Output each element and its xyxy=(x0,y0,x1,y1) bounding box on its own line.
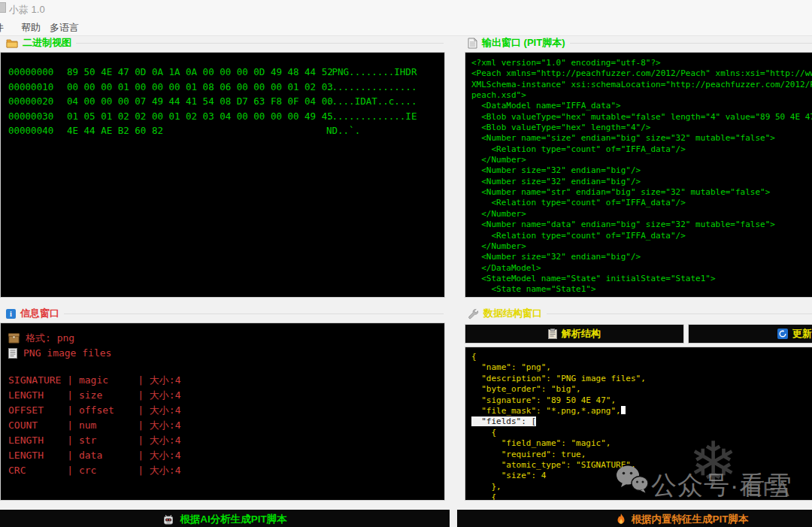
generate-pit-by-builtin-label: 根据内置特征生成PIT脚本 xyxy=(631,513,748,526)
json-line: "field_name": "magic", xyxy=(471,438,812,449)
titlebar: 小蒜 1.0 xyxy=(0,0,812,18)
text-caret xyxy=(621,406,626,414)
robot-icon xyxy=(162,514,174,525)
groupbox-line xyxy=(76,43,444,44)
format-value: 格式: png xyxy=(26,331,74,346)
json-line: { xyxy=(471,428,812,438)
json-line: "name": "png", xyxy=(471,362,812,373)
window-title: 小蒜 1.0 xyxy=(9,3,45,17)
structure-window-title: 数据结构窗口 xyxy=(483,307,542,320)
generate-pit-by-ai-button[interactable]: 根据AI分析生成PIT脚本 xyxy=(0,510,450,527)
hex-row: 000000404E 44 AE B2 60 82ND..`. xyxy=(8,123,444,138)
hex-row: 0000001000 00 00 01 00 00 00 01 08 06 00… xyxy=(8,80,444,95)
menu-item-file[interactable]: 件 xyxy=(0,21,4,35)
hex-row: 0000002004 00 00 00 07 49 44 41 54 08 D7… xyxy=(8,94,444,109)
groupbox-line xyxy=(570,43,812,44)
file-lines-icon xyxy=(8,348,17,359)
clipboard-icon xyxy=(548,329,557,339)
update-pit-button[interactable]: 更新P xyxy=(689,325,812,343)
description-line: PNG image files xyxy=(8,346,444,361)
json-line: { xyxy=(471,352,812,362)
json-line: "signature": "89 50 4E 47", xyxy=(471,395,812,406)
groupbox-line xyxy=(64,313,444,314)
document-icon xyxy=(468,38,477,49)
menu-item-language[interactable]: 多语言 xyxy=(50,21,79,35)
wrench-icon xyxy=(468,308,479,320)
info-window-header: i 信息窗口 xyxy=(6,307,444,320)
binary-view-header: 二进制视图 xyxy=(6,37,444,49)
json-code: { "name": "png", "description": "PNG ima… xyxy=(471,352,812,500)
app-icon xyxy=(0,2,6,13)
structure-window-header: 数据结构窗口 xyxy=(468,307,812,320)
hex-row: 0000000089 50 4E 47 0D 0A 1A 0A 00 00 00… xyxy=(8,65,444,80)
hex-rows: 0000000089 50 4E 47 0D 0A 1A 0A 00 00 00… xyxy=(8,65,444,138)
json-line: "size": 4 xyxy=(471,471,812,481)
app-window: 小蒜 1.0 件 帮助 多语言 二进制视图 0000000089 50 4E 4… xyxy=(0,0,812,527)
info-table-row: LENGTH | size | 大小:4 xyxy=(8,388,444,403)
info-table-row: COUNT | num | 大小:4 xyxy=(8,418,444,433)
xml-code: <?xml version="1.0" encoding="utf-8"?> <… xyxy=(471,58,812,295)
json-line: "file_mask": "*.png,*.apng", xyxy=(471,406,812,416)
info-window[interactable]: 格式: png PNG image files SIGNATURE | magi… xyxy=(1,323,444,500)
output-window-title: 输出窗口 (PIT脚本) xyxy=(482,36,565,50)
info-table-row: LENGTH | str | 大小:4 xyxy=(8,433,444,448)
info-table-row: SIGNATURE | magic | 大小:4 xyxy=(8,373,444,388)
info-window-title: 信息窗口 xyxy=(20,307,59,320)
hex-view[interactable]: 0000000089 50 4E 47 0D 0A 1A 0A 00 00 00… xyxy=(1,53,444,297)
format-line: 格式: png xyxy=(8,331,444,346)
json-line: "byte_order": "big", xyxy=(471,384,812,395)
info-table: SIGNATURE | magic | 大小:4LENGTH | size | … xyxy=(8,373,444,478)
parse-structure-button[interactable]: 解析结构 xyxy=(465,325,683,343)
flame-icon xyxy=(617,513,626,525)
json-line: }, xyxy=(471,482,812,492)
binary-view-title: 二进制视图 xyxy=(23,36,71,50)
json-line: "description": "PNG image files", xyxy=(471,374,812,384)
groupbox-line xyxy=(547,313,812,314)
info-table-row: LENGTH | data | 大小:4 xyxy=(8,448,444,463)
hex-row: 0000003001 05 01 02 02 00 01 02 03 04 00… xyxy=(8,109,444,124)
update-pit-label: 更新P xyxy=(792,327,812,341)
output-window-header: 输出窗口 (PIT脚本) xyxy=(468,37,812,49)
folder-icon xyxy=(6,38,18,48)
structure-json-editor[interactable]: { "name": "png", "description": "PNG ima… xyxy=(465,347,812,500)
refresh-icon xyxy=(777,329,788,339)
description-value: PNG image files xyxy=(23,346,111,361)
menu-item-help[interactable]: 帮助 xyxy=(21,21,41,35)
generate-pit-by-ai-label: 根据AI分析生成PIT脚本 xyxy=(180,513,287,526)
menubar: 件 帮助 多语言 xyxy=(0,18,812,36)
info-table-row: CRC | crc | 大小:4 xyxy=(8,463,444,478)
parse-structure-label: 解析结构 xyxy=(562,327,601,341)
json-line: { xyxy=(471,492,812,500)
json-line: "required": true, xyxy=(471,450,812,460)
json-line: "fields": [ xyxy=(471,416,812,427)
info-icon: i xyxy=(6,309,16,319)
json-line: "atomic_type": "SIGNATURE", xyxy=(471,460,812,471)
package-icon xyxy=(8,333,20,344)
info-table-row: OFFSET | offset | 大小:4 xyxy=(8,403,444,418)
pit-script-output[interactable]: <?xml version="1.0" encoding="utf-8"?> <… xyxy=(465,53,812,297)
generate-pit-by-builtin-button[interactable]: 根据内置特征生成PIT脚本 xyxy=(457,510,812,527)
